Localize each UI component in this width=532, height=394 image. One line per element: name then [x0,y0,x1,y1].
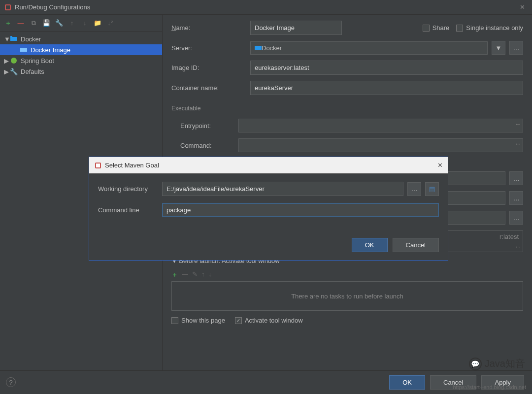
more-button[interactable]: … [509,171,523,185]
dropdown-button[interactable]: ▼ [492,41,505,55]
name-label: Name: [171,24,250,32]
remove-icon[interactable]: — [182,270,188,279]
server-label: Server: [171,44,250,52]
down-icon[interactable]: ↓ [209,270,212,279]
svg-rect-8 [96,164,100,167]
close-icon[interactable]: ✕ [517,3,528,11]
app-icon [4,3,12,11]
add-icon[interactable]: ＋ [171,270,178,279]
working-dir-label: Working directory [98,185,162,193]
tree-node-docker[interactable]: ▼ Docker [0,33,162,44]
before-launch-list: There are no tasks to run before launch [171,281,523,311]
single-instance-checkbox[interactable]: Single instance only [456,24,523,32]
show-page-checkbox[interactable]: Show this page [171,317,225,324]
folder-icon[interactable]: 📁 [94,19,101,27]
app-icon [94,162,102,169]
tree-label: Docker [21,35,41,43]
command-line-input[interactable] [162,203,439,217]
svg-rect-3 [10,36,12,38]
container-name-label: Container name: [171,84,250,92]
checkbox-icon [171,317,178,324]
svg-rect-1 [6,5,10,9]
tree-button[interactable]: ▤ [425,182,439,196]
share-checkbox[interactable]: SSharehare [423,24,450,32]
activate-tool-checkbox[interactable]: ✓Activate tool window [235,317,303,324]
spring-icon [10,57,18,65]
modal-ok-button[interactable]: OK [352,238,388,252]
executable-header: Executable [171,105,523,112]
modal-cancel-button[interactable]: Cancel [393,238,439,252]
copy-icon[interactable]: ⧉ [30,19,37,27]
command-line-label: Command line [98,206,162,214]
entrypoint-input[interactable]: ⤢ [238,119,523,132]
down-icon[interactable]: ↓ [81,19,89,27]
tree-node-defaults[interactable]: ▶ 🔧 Defaults [0,66,162,77]
watermark: 💬 Java知音 [469,357,525,370]
name-input[interactable] [250,21,342,35]
add-icon[interactable]: ＋ [4,19,12,27]
docker-icon [10,35,18,43]
chevron-right-icon: ▶ [4,57,10,65]
command-input[interactable]: ⤢ [238,138,523,152]
chevron-down-icon: ▼ [4,35,10,43]
checkbox-icon [423,25,430,32]
tree-node-docker-image[interactable]: Docker Image [0,44,162,55]
sidebar-toolbar: ＋ — ⧉ 💾 🔧 ↑ ↓ 📁 ↓² [0,15,162,32]
tree-node-spring-boot[interactable]: ▶ Spring Boot [0,55,162,66]
command-label: Command: [180,142,238,149]
image-id-label: Image ID: [171,64,250,71]
close-icon[interactable]: ✕ [437,162,443,169]
docker-icon [20,46,28,54]
wrench-icon: 🔧 [10,67,18,75]
wrench-icon[interactable]: 🔧 [55,19,63,27]
svg-rect-6 [255,46,262,50]
tree-label: Spring Boot [21,57,54,65]
modal-title: Select Maven Goal [105,162,437,169]
expand-icon: ⤢ [514,141,521,147]
working-dir-input[interactable] [162,182,403,196]
up-icon[interactable]: ↑ [201,270,205,279]
entrypoint-label: Entrypoint: [180,122,238,130]
remove-icon[interactable]: — [17,19,25,27]
chevron-right-icon: ▶ [4,68,10,75]
up-icon[interactable]: ↑ [68,19,76,27]
docker-icon [255,45,262,51]
sort-icon[interactable]: ↓² [106,19,114,27]
ok-button[interactable]: OK [389,375,425,390]
more-button[interactable]: … [509,211,523,225]
expand-icon: ⤢ [514,121,521,128]
save-icon[interactable]: 💾 [42,19,50,27]
svg-point-5 [11,58,17,64]
tree-label: Docker Image [31,46,70,54]
modal-titlebar: Select Maven Goal ✕ [89,157,448,174]
svg-rect-4 [20,48,27,52]
expand-icon: ⤢ [514,244,521,250]
help-icon[interactable]: ? [6,377,16,387]
window-title: Run/Debug Configurations [15,3,517,11]
tree-label: Defaults [21,68,44,75]
more-button[interactable]: … [509,191,523,205]
wechat-icon: 💬 [469,358,482,370]
titlebar: Run/Debug Configurations ✕ [0,0,532,15]
watermark-url: https://start--end.blog.csdn.net [453,384,526,390]
image-id-input[interactable] [250,61,523,75]
browse-button[interactable]: … [407,182,421,196]
container-name-input[interactable] [250,81,523,95]
edit-icon[interactable]: ✎ [192,270,198,279]
checkbox-icon [456,25,463,32]
checkbox-icon: ✓ [235,317,242,324]
dialog-footer: OK Cancel Apply [0,370,532,394]
select-maven-goal-dialog: Select Maven Goal ✕ Working directory … … [89,157,448,261]
server-select[interactable]: Docker [250,41,488,55]
more-button[interactable]: … [509,41,523,55]
